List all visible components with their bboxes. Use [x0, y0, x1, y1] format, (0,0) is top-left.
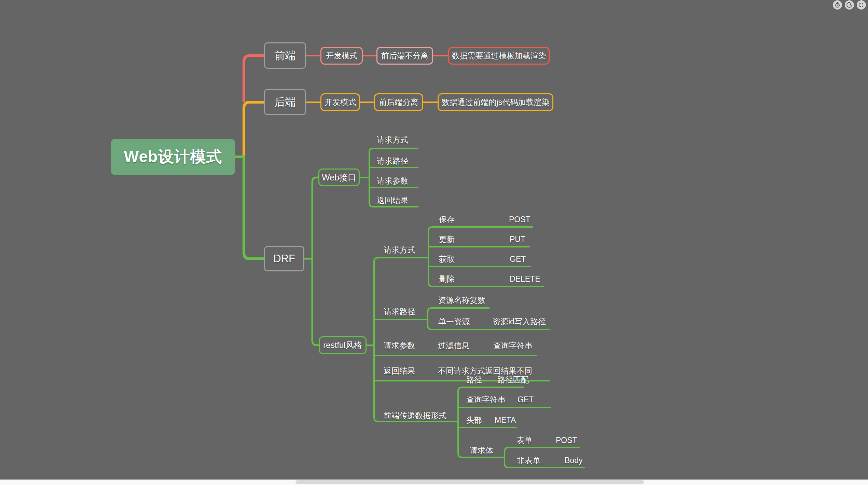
topic-request-body[interactable]: 请求体 — [470, 445, 493, 456]
topic-method-update-verb[interactable]: PUT — [510, 235, 525, 244]
topic-body-nonform[interactable]: 非表单 — [517, 455, 540, 466]
topic-backend-detail[interactable]: 数据通过前端的js代码加载渲染 — [438, 93, 553, 111]
horizontal-scrollbar-track[interactable] — [0, 480, 868, 485]
topic-form-query-detail[interactable]: GET — [518, 395, 534, 404]
topic-frontend-pattern[interactable]: 前后端不分离 — [376, 47, 433, 65]
topic-webapi-item-path[interactable]: 请求路径 — [377, 156, 408, 166]
topic-body-nonform-detail[interactable]: Body — [565, 456, 582, 465]
topic-frontend-dev-mode[interactable]: 开发模式 — [320, 47, 363, 65]
topic-params-query[interactable]: 查询字符串 — [493, 340, 533, 351]
topic-method-update[interactable]: 更新 — [439, 234, 455, 245]
topic-data-forms[interactable]: 前端传递数据形式 — [384, 410, 446, 421]
topic-restful-params[interactable]: 请求参数 — [384, 340, 415, 351]
topic-method-save-verb[interactable]: POST — [509, 215, 531, 224]
topic-webapi-item-params[interactable]: 请求参数 — [377, 176, 408, 186]
topic-frontend-detail[interactable]: 数据需要通过模板加载渲染 — [448, 47, 550, 65]
topic-path-single-detail[interactable]: 资源id写入路径 — [493, 316, 546, 327]
connector-drf-to-webapi — [312, 177, 318, 259]
topic-params-filter[interactable]: 过滤信息 — [438, 340, 469, 351]
topic-method-delete[interactable]: 删除 — [439, 274, 455, 284]
topic-backend-dev-mode[interactable]: 开发模式 — [320, 93, 360, 111]
topic-backend[interactable]: 后端 — [264, 89, 306, 115]
fullscreen-button[interactable] — [857, 0, 866, 10]
connector-drf-trunk — [235, 157, 264, 259]
root-topic[interactable]: Web设计模式 — [111, 139, 235, 175]
topic-restful-path[interactable]: 请求路径 — [384, 307, 415, 317]
topic-path-plural[interactable]: 资源名称复数 — [438, 295, 485, 306]
topic-restful[interactable]: restful风格 — [319, 336, 367, 354]
topic-method-get-verb[interactable]: GET — [510, 255, 526, 264]
topic-path-single[interactable]: 单一资源 — [438, 316, 470, 327]
dark-mode-button[interactable] — [845, 0, 854, 10]
topic-webapi-item-method[interactable]: 请求方式 — [377, 135, 408, 145]
connector-frontend-trunk — [244, 56, 264, 102]
connector-drf-to-restful — [312, 259, 319, 345]
moon-icon — [846, 2, 852, 8]
topic-form-header[interactable]: 头部 — [466, 415, 482, 426]
topic-drf[interactable]: DRF — [264, 246, 304, 271]
topic-form-query[interactable]: 查询字符串 — [466, 394, 506, 405]
topic-restful-response[interactable]: 返回结果 — [384, 366, 415, 376]
mindmap-canvas[interactable]: Web设计模式 前端 开发模式 前后端不分离 数据需要通过模板加载渲染 后端 开… — [0, 0, 868, 485]
topic-webapi-item-response[interactable]: 返回结果 — [377, 195, 408, 206]
topic-body-form-detail[interactable]: POST — [556, 436, 577, 445]
topic-method-save[interactable]: 保存 — [439, 214, 455, 225]
topic-form-path-detail[interactable]: 路径匹配 — [497, 375, 529, 385]
topic-body-form[interactable]: 表单 — [516, 435, 532, 446]
topic-frontend[interactable]: 前端 — [264, 42, 306, 69]
topic-backend-pattern[interactable]: 前后端分离 — [374, 93, 423, 111]
fullscreen-icon — [858, 2, 864, 8]
topic-form-path[interactable]: 路径 — [466, 375, 482, 385]
horizontal-scrollbar-thumb[interactable] — [295, 480, 644, 484]
connector-backend-trunk — [244, 102, 264, 157]
topic-method-get[interactable]: 获取 — [439, 254, 455, 265]
timer-button[interactable] — [833, 0, 842, 10]
topic-form-header-detail[interactable]: META — [495, 416, 516, 425]
stopwatch-icon — [835, 2, 840, 8]
topic-method-delete-verb[interactable]: DELETE — [510, 274, 540, 284]
topic-restful-method[interactable]: 请求方式 — [384, 245, 415, 255]
topic-web-api[interactable]: Web接口 — [318, 169, 360, 186]
